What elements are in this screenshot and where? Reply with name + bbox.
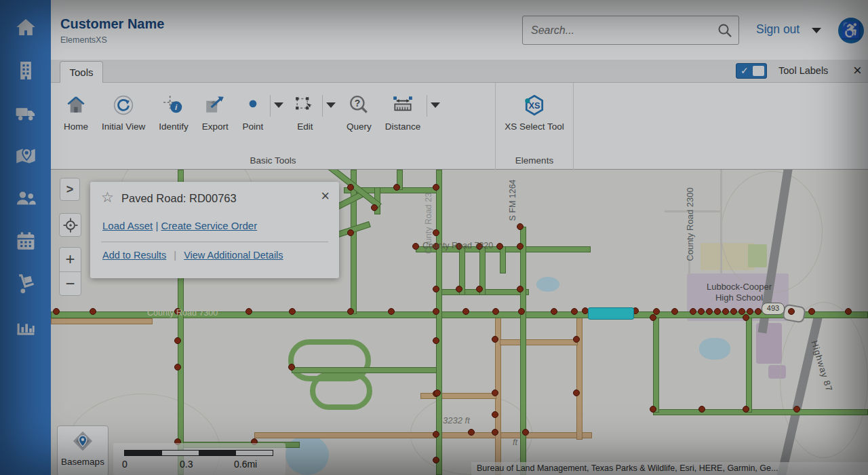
popup-close-icon[interactable]: × <box>321 187 330 205</box>
map-road-green <box>520 227 526 475</box>
asset-point-dot <box>517 223 524 230</box>
asset-point-dot <box>347 308 354 315</box>
asset-point-dot <box>496 243 503 250</box>
asset-point-dot <box>388 308 395 315</box>
selected-road-segment-highlight[interactable] <box>588 307 634 320</box>
users-icon[interactable] <box>13 186 39 212</box>
edit-tool-combo: Edit <box>288 94 339 132</box>
group-label-elements: Elements <box>496 155 573 166</box>
truck-icon[interactable] <box>13 100 39 126</box>
sign-out-caret-icon[interactable] <box>812 28 821 33</box>
map-area-tint <box>536 277 559 292</box>
point-tool-combo: Point <box>236 94 287 132</box>
asset-point-dot <box>434 390 441 396</box>
home-icon[interactable] <box>13 15 39 41</box>
export-icon <box>204 94 226 117</box>
asset-point-dot <box>347 184 354 191</box>
query-icon: ? <box>348 94 370 117</box>
svg-text:XS: XS <box>528 100 540 111</box>
asset-point-dot <box>845 308 852 315</box>
close-icon[interactable]: × <box>853 62 862 79</box>
zoom-out-button[interactable]: − <box>60 272 81 296</box>
svg-text:?: ? <box>355 98 360 109</box>
bar-chart-icon[interactable] <box>13 314 39 340</box>
hand-truck-icon[interactable] <box>13 271 39 297</box>
create-service-order-link[interactable]: Create Service Order <box>161 220 257 231</box>
map-pin-icon[interactable] <box>13 143 39 169</box>
asset-point-dot <box>573 336 580 343</box>
initial-view-tool-button[interactable]: Initial View <box>96 94 151 132</box>
tool-labels-label: Tool Labels <box>778 65 828 76</box>
asset-point-dot <box>730 308 737 315</box>
asset-point-dot <box>518 308 525 315</box>
road-label-county-road-7300: County Road 7300 <box>147 308 218 318</box>
building-icon[interactable] <box>13 58 39 83</box>
zoom-in-button[interactable]: + <box>60 248 81 271</box>
asset-point-dot <box>289 308 296 315</box>
search-input[interactable] <box>523 24 711 37</box>
load-asset-link[interactable]: Load Asset <box>102 220 153 231</box>
add-to-results-link[interactable]: Add to Results <box>102 250 166 261</box>
expand-panel-button[interactable]: > <box>60 178 80 201</box>
asset-point-dot <box>288 364 295 370</box>
asset-point-dot <box>808 308 815 315</box>
asset-point-dot <box>462 308 469 315</box>
point-tool-button[interactable]: Point <box>236 94 270 132</box>
distance-icon <box>391 94 414 117</box>
asset-point-dot <box>412 243 419 250</box>
edit-tool-button[interactable]: Edit <box>288 94 322 132</box>
asset-point-dot <box>650 314 656 321</box>
map-road-green <box>292 367 437 373</box>
view-additional-details-link[interactable]: View Additional Details <box>184 250 283 261</box>
measurement-label-partial-ft: ft <box>513 437 517 447</box>
accessibility-icon[interactable]: ♿ <box>838 18 864 43</box>
xs-select-tool-button[interactable]: XS XS Select Tool <box>498 94 570 132</box>
left-nav-sidebar <box>0 0 51 475</box>
map-minor-road <box>720 170 722 273</box>
asset-point-dot <box>174 337 181 344</box>
edit-dropdown-caret-icon[interactable] <box>323 94 339 117</box>
point-dropdown-caret-icon[interactable] <box>271 94 287 117</box>
map-road-green <box>746 318 752 413</box>
distance-dropdown-caret-icon[interactable] <box>427 94 443 117</box>
asset-point-dot <box>245 308 252 315</box>
asset-point-dot <box>747 308 753 315</box>
map-viewport[interactable]: 493 S FM 1264 County Road 2300 County Ro… <box>51 170 868 475</box>
scale-bar: 0 0.3 0.6mi <box>113 443 285 475</box>
favorite-star-icon[interactable]: ☆ <box>101 189 114 206</box>
app-header: Customer Name ElementsXS Sign out ♿ <box>51 0 868 60</box>
tool-labels-toggle[interactable]: ✓ <box>736 63 767 79</box>
calendar-icon[interactable] <box>13 229 39 254</box>
tools-ribbon: Home Initial View i Identify Export <box>51 83 868 170</box>
basemaps-button[interactable]: Basemaps <box>57 425 108 475</box>
popup-secondary-links: Add to Results | View Additional Details <box>102 250 283 261</box>
asset-point-dot <box>788 308 795 315</box>
search-icon[interactable] <box>711 22 738 39</box>
distance-tool-button[interactable]: Distance <box>379 94 427 132</box>
locate-me-button[interactable] <box>59 213 81 237</box>
asset-point-dot <box>650 406 656 413</box>
asset-point-dot <box>433 431 439 438</box>
asset-point-dot <box>517 286 524 292</box>
asset-point-dot <box>456 286 462 292</box>
map-road-green <box>653 318 659 413</box>
tab-tools[interactable]: Tools <box>60 61 103 83</box>
home-tool-icon <box>65 94 87 117</box>
scale-end: 0.6mi <box>234 459 257 470</box>
scale-mid: 0.3 <box>180 459 193 470</box>
asset-point-dot <box>573 390 580 396</box>
sign-out-link[interactable]: Sign out <box>756 22 800 37</box>
measurement-label-3232ft: 3232 ft <box>443 415 470 425</box>
export-tool-button[interactable]: Export <box>196 94 235 132</box>
asset-point-dot <box>492 308 499 315</box>
global-search <box>522 16 739 45</box>
asset-point-dot <box>174 364 181 370</box>
query-tool-button[interactable]: ? Query <box>340 94 378 132</box>
identify-tool-button[interactable]: i Identify <box>153 94 195 132</box>
asset-point-dot <box>433 229 439 236</box>
asset-point-dot <box>690 308 696 315</box>
road-label-county-road-7320: County Road 7320 <box>422 241 493 250</box>
asset-point-dot <box>714 308 721 315</box>
link-separator: | <box>169 250 181 261</box>
home-tool-button[interactable]: Home <box>58 94 94 132</box>
